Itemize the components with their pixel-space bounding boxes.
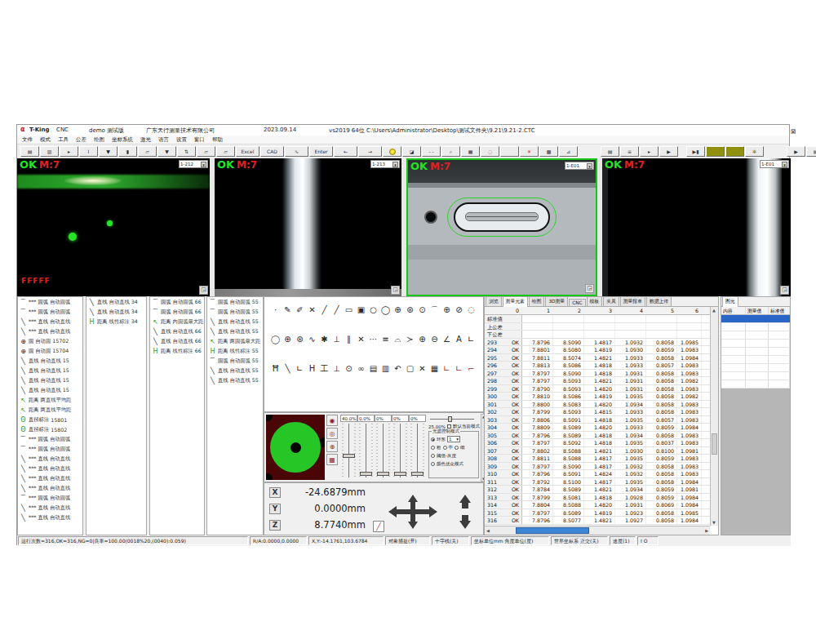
list-item[interactable]: ╲*** 直线自动直线: [18, 473, 82, 483]
tab-测量元素[interactable]: 测量元素: [503, 296, 528, 307]
tool-icon[interactable]: ⌒: [428, 304, 441, 316]
list-item[interactable]: ╲直线自动直线 34: [86, 297, 146, 307]
tab-element[interactable]: 图元: [722, 296, 738, 307]
cad-button[interactable]: CAD: [260, 146, 284, 157]
list-item[interactable]: ╲直线自动直线 15: [18, 375, 82, 385]
tool-icon[interactable]: ▦: [428, 362, 441, 375]
enter-button[interactable]: Enter: [309, 146, 333, 157]
excel-button[interactable]: Excel: [236, 146, 259, 157]
list-item[interactable]: ⌒*** 圆弧自动圆弧: [18, 493, 82, 503]
menu-item-绘图[interactable]: 绘图: [94, 136, 104, 144]
menu-item-窗口[interactable]: 窗口: [194, 136, 205, 144]
list-item[interactable]: H距离线性标注 34: [86, 317, 146, 326]
arrow-right-button[interactable]: →: [358, 146, 382, 157]
detail-row[interactable]: [721, 348, 790, 356]
list-item[interactable]: ╲直线自动直线 66: [150, 336, 204, 346]
list-item[interactable]: ↖距离两直线平均距: [18, 395, 82, 405]
slider-thumb[interactable]: [377, 472, 389, 476]
table-row[interactable]: 313OK7.87998.50811.48181.09280.80591.098…: [485, 494, 710, 502]
tool-icon[interactable]: ≡: [379, 333, 392, 345]
table-row[interactable]: 297OK7.87978.50901.48181.09310.80581.098…: [485, 370, 710, 378]
blank2-button[interactable]: ▱: [216, 146, 235, 157]
list-item[interactable]: ╲直线自动直线 55: [207, 375, 263, 385]
list-item[interactable]: ⌒*** 圆弧自动圆弧: [18, 307, 82, 317]
list-item[interactable]: ⌒圆弧自动圆弧 55: [207, 307, 263, 317]
table-row[interactable]: 303OK7.88068.50911.48181.09350.80571.098…: [485, 416, 710, 424]
slider-thumb[interactable]: [411, 472, 424, 476]
level-coarse-radio[interactable]: [431, 446, 435, 450]
menu-item-语言[interactable]: 语言: [158, 136, 169, 144]
list-item[interactable]: ╲*** 直线自动直线: [18, 513, 82, 522]
tool-icon[interactable]: ⌓: [392, 333, 404, 345]
table-row[interactable]: 301OK7.88008.50831.48201.09340.80581.098…: [485, 401, 710, 409]
tolerance-row[interactable]: 下公差: [485, 331, 710, 339]
list-item[interactable]: ⌒圆弧自动圆弧 55: [207, 297, 263, 307]
camera1-selector[interactable]: 1-212 ▾: [179, 160, 208, 168]
camera3-selector[interactable]: 1-E01 ▾: [565, 162, 594, 170]
probe2-button[interactable]: ▼: [157, 146, 176, 157]
probe-button[interactable]: ▼: [99, 146, 118, 157]
tool-icon[interactable]: ✕: [416, 362, 428, 375]
table-row[interactable]: 295OK7.88118.50741.48211.09330.80581.098…: [485, 354, 710, 362]
table-row[interactable]: 304OK7.88098.50891.48201.09330.80591.098…: [485, 424, 710, 432]
table-row[interactable]: 311OK7.87928.51001.48171.09350.80581.098…: [485, 478, 710, 486]
print-button[interactable]: ≡: [620, 146, 639, 157]
tool-icon[interactable]: ∿: [306, 333, 318, 345]
table-row[interactable]: 298OK7.87978.50931.48211.09310.80581.098…: [485, 377, 710, 385]
profile-button[interactable]: ∿: [285, 146, 308, 157]
qr-button[interactable]: ▩: [539, 146, 558, 157]
list-item[interactable]: ╲*** 直线自动直线: [18, 503, 82, 513]
tool-icon[interactable]: ╱: [318, 304, 330, 316]
ring-grid-button[interactable]: ▦: [326, 454, 338, 465]
chevron-down-icon[interactable]: ▾: [587, 163, 592, 169]
menu-item-公差[interactable]: 公差: [76, 136, 86, 144]
goto-position-button[interactable]: ╱: [373, 521, 384, 532]
tool-icon[interactable]: ◯: [379, 304, 392, 316]
detail-row[interactable]: [721, 372, 790, 380]
tool-icon[interactable]: ∥: [343, 333, 355, 345]
zoom-slider-thumb[interactable]: [448, 416, 452, 422]
list-item[interactable]: H距离线性标注 55: [207, 346, 263, 356]
tool-icon[interactable]: A: [453, 333, 465, 345]
list-item[interactable]: ╲*** 直线自动直线: [18, 326, 82, 336]
tool-icon[interactable]: ✕: [355, 333, 367, 345]
list-item[interactable]: ⊕圆自动圆 15704: [18, 346, 82, 356]
magnifier-button[interactable]: ⌕: [441, 146, 460, 157]
tool-icon[interactable]: ↶: [392, 362, 404, 375]
ring-mode-radio[interactable]: [431, 437, 435, 442]
table-row[interactable]: 307OK7.88028.50881.48211.09300.81001.098…: [485, 447, 710, 455]
pause-button[interactable]: ▮▮: [725, 146, 744, 157]
menu-item-坐标系统[interactable]: 坐标系统: [112, 136, 133, 144]
list-item[interactable]: H距离线性标注 66: [150, 346, 204, 356]
detail-row[interactable]: [721, 364, 790, 372]
tool-icon[interactable]: ◯: [269, 333, 282, 345]
folder-button[interactable]: ▸: [640, 146, 659, 157]
table-row[interactable]: 300OK7.88108.50861.48191.09350.80581.098…: [485, 393, 710, 401]
light-slider[interactable]: 0%: [375, 415, 392, 482]
list-item[interactable]: ↖距离两直线平均距: [18, 405, 82, 415]
resize-handle-icon[interactable]: ◲: [585, 284, 594, 293]
tool-icon[interactable]: 工: [318, 362, 330, 375]
tool-icon[interactable]: ∟: [465, 333, 477, 345]
lasso-button[interactable]: ◌: [481, 146, 499, 157]
list-item[interactable]: ↖距离内圆弧最大距: [150, 317, 204, 326]
detail-row[interactable]: [721, 356, 790, 364]
ring-channel-select[interactable]: 1 ▾: [447, 436, 460, 442]
tool-icon[interactable]: ⊖: [428, 333, 441, 345]
blank3-button[interactable]: [500, 146, 519, 157]
list-item[interactable]: ↖距离两圆弧最大距: [207, 336, 263, 346]
ring-quadrant-button[interactable]: ⊕: [326, 441, 338, 452]
checker-button[interactable]: ▦: [461, 146, 480, 157]
save2-button[interactable]: ▤: [806, 146, 816, 157]
stop-button[interactable]: ■: [706, 146, 725, 157]
tool-icon[interactable]: ⊥: [330, 362, 343, 375]
play-button[interactable]: ▶: [659, 146, 678, 157]
tool-icon[interactable]: ╲: [282, 362, 294, 375]
list-item[interactable]: ╲直线自动直线 15: [18, 385, 82, 395]
detail-row[interactable]: [721, 331, 790, 340]
tool-icon[interactable]: ✕: [306, 304, 318, 316]
tool-icon[interactable]: ⋯: [367, 333, 379, 345]
table-row[interactable]: 305OK7.87968.50891.48181.09340.80581.098…: [485, 432, 710, 440]
list-item[interactable]: ╲直线自动直线 55: [207, 326, 263, 336]
tab-测量报单[interactable]: 测量报单: [620, 296, 645, 306]
